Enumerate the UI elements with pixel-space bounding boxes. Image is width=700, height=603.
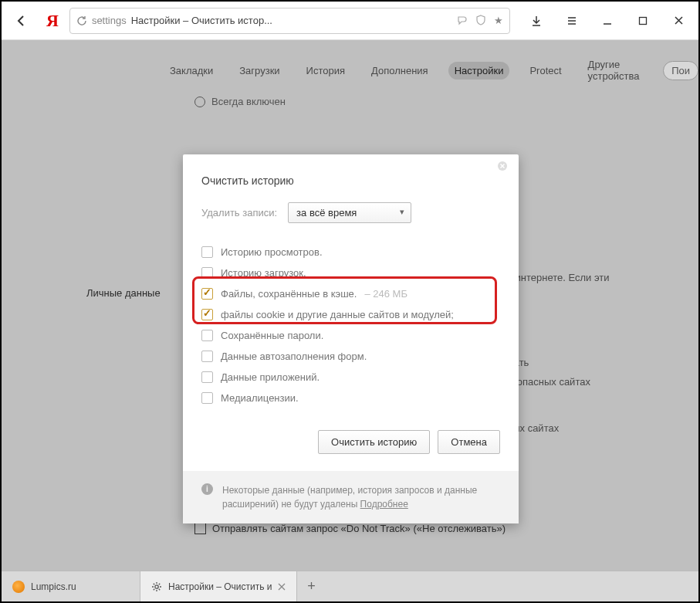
- checkbox-icon[interactable]: [201, 267, 213, 279]
- minimize-button[interactable]: [593, 8, 621, 33]
- check-label: Файлы, сохранённые в кэше.: [221, 288, 357, 300]
- address-icons: ★: [457, 15, 503, 26]
- svg-point-2: [155, 584, 158, 588]
- tab-bookmarks[interactable]: Закладки: [164, 62, 219, 80]
- site-favicon-icon: [12, 581, 25, 593]
- settings-page-bg: Закладки Загрузки История Дополнения Нас…: [2, 40, 698, 107]
- new-tab-button[interactable]: +: [297, 571, 325, 601]
- tab-close-icon[interactable]: [278, 583, 286, 591]
- dialog-close-button[interactable]: [497, 161, 512, 176]
- bg-radio-label: Всегда включен: [211, 96, 286, 107]
- check-label: Данные приложений.: [221, 371, 320, 383]
- info-icon: i: [201, 483, 213, 495]
- browser-tab-settings[interactable]: Настройки – Очистить и: [140, 571, 297, 601]
- bg-check-label: Отправлять сайтам запрос «Do Not Track» …: [212, 523, 506, 534]
- tab-other-devices[interactable]: Другие устройства: [582, 56, 650, 85]
- checkbox-icon[interactable]: [201, 330, 213, 341]
- tab-downloads[interactable]: Загрузки: [233, 62, 286, 80]
- check-saved-passwords[interactable]: Сохранённые пароли.: [201, 325, 500, 346]
- gear-icon: [151, 581, 162, 592]
- footer-text-content: Некоторые данные (например, история запр…: [222, 485, 477, 510]
- address-bar[interactable]: settings Настройки – Очистить истор... ★: [69, 8, 510, 34]
- time-range-select[interactable]: за всё время: [288, 202, 411, 223]
- check-label: Историю просмотров.: [221, 246, 323, 258]
- bg-text-fragment: в интернете. Если эти: [507, 272, 610, 283]
- browser-tab-bar: Lumpics.ru Настройки – Очистить и +: [2, 571, 698, 601]
- bookmark-star-icon[interactable]: ★: [494, 15, 503, 26]
- time-range-row: Удалить записи: за всё время: [201, 202, 500, 223]
- check-label: Сохранённые пароли.: [221, 330, 323, 341]
- address-path: settings: [92, 15, 127, 26]
- checkbox-icon[interactable]: [201, 309, 213, 320]
- checkbox-icon[interactable]: [201, 351, 213, 362]
- time-range-label: Удалить записи:: [201, 207, 277, 219]
- check-media-licenses[interactable]: Медиалицензии.: [201, 388, 500, 408]
- page-content-dimmed: Закладки Загрузки История Дополнения Нас…: [2, 40, 698, 571]
- settings-tabs: Закладки Загрузки История Дополнения Нас…: [2, 56, 698, 85]
- reload-icon[interactable]: [76, 15, 87, 26]
- check-cookies[interactable]: файлы cookie и другие данные сайтов и мо…: [201, 304, 500, 325]
- checkbox-icon[interactable]: [201, 371, 213, 383]
- menu-icon[interactable]: [558, 8, 586, 33]
- shield-icon[interactable]: [475, 15, 486, 26]
- check-label: файлы cookie и другие данные сайтов и мо…: [221, 309, 454, 320]
- cancel-button[interactable]: Отмена: [438, 430, 500, 454]
- address-title: Настройки – Очистить истор...: [131, 15, 272, 26]
- window-controls: [513, 8, 692, 33]
- settings-search-input[interactable]: Пои: [663, 61, 698, 80]
- speech-icon[interactable]: [457, 15, 468, 26]
- maximize-button[interactable]: [629, 8, 657, 33]
- clear-history-button[interactable]: Очистить историю: [318, 430, 430, 454]
- yandex-logo-icon[interactable]: Я: [39, 11, 66, 31]
- browser-tab-lumpics[interactable]: Lumpics.ru: [2, 571, 140, 601]
- checkbox-icon[interactable]: [201, 392, 213, 404]
- dialog-footer-note: i Некоторые данные (например, история за…: [183, 471, 519, 523]
- radio-icon[interactable]: [194, 97, 205, 107]
- close-window-button[interactable]: [664, 8, 692, 33]
- downloads-icon[interactable]: [522, 8, 550, 33]
- tab-protect[interactable]: Protect: [523, 62, 567, 80]
- tab-label: Настройки – Очистить и: [168, 581, 272, 592]
- check-label: Медиалицензии.: [221, 392, 299, 404]
- checkbox-icon[interactable]: [201, 246, 213, 258]
- learn-more-link[interactable]: Подробнее: [360, 499, 408, 510]
- check-app-data[interactable]: Данные приложений.: [201, 367, 500, 388]
- bg-radio-row: Всегда включен: [2, 85, 698, 107]
- check-label: Данные автозаполнения форм.: [221, 351, 367, 362]
- dialog-button-row: Очистить историю Отмена: [183, 422, 519, 471]
- check-browsing-history[interactable]: Историю просмотров.: [201, 242, 500, 263]
- section-heading-personal-data: Личные данные: [86, 287, 161, 299]
- check-download-history[interactable]: Историю загрузок.: [201, 263, 500, 283]
- tab-settings[interactable]: Настройки: [448, 62, 510, 80]
- checkbox-icon[interactable]: [201, 288, 213, 300]
- check-label: Историю загрузок.: [221, 267, 306, 279]
- check-extra: – 246 МБ: [364, 288, 407, 300]
- check-autofill[interactable]: Данные автозаполнения форм.: [201, 346, 500, 367]
- clear-options-list: Историю просмотров. Историю загрузок. Фа…: [201, 242, 500, 408]
- browser-toolbar: Я settings Настройки – Очистить истор...…: [2, 2, 698, 40]
- svg-rect-0: [640, 17, 647, 24]
- check-cached-files[interactable]: Файлы, сохранённые в кэше. – 246 МБ: [201, 283, 500, 304]
- tab-addons[interactable]: Дополнения: [365, 62, 435, 80]
- clear-history-dialog: Очистить историю Удалить записи: за всё …: [183, 154, 519, 523]
- tab-label: Lumpics.ru: [31, 581, 76, 592]
- back-button[interactable]: [8, 8, 36, 33]
- bg-check-dnt[interactable]: Отправлять сайтам запрос «Do Not Track» …: [194, 523, 506, 534]
- tab-history[interactable]: История: [300, 62, 351, 80]
- footer-text: Некоторые данные (например, история запр…: [222, 483, 500, 511]
- checkbox-icon[interactable]: [194, 523, 206, 534]
- bg-text-fragment: езопасных сайтах: [507, 376, 590, 388]
- dialog-title: Очистить историю: [201, 174, 500, 187]
